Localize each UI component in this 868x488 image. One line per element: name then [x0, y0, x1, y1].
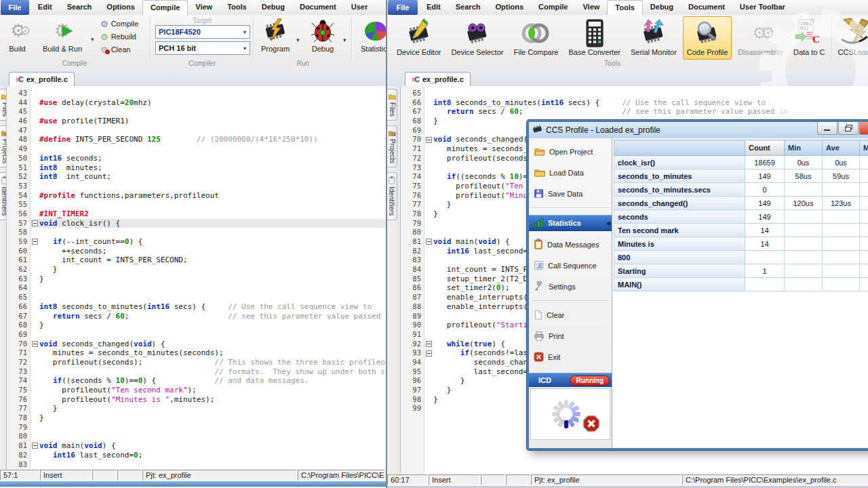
disassembler-button[interactable]: ⚙⚙Disassembler [734, 16, 787, 60]
program-button[interactable]: Program [256, 17, 294, 53]
clear-button[interactable]: Clear [532, 308, 612, 323]
profile-row[interactable]: seconds149 [614, 210, 868, 224]
file-menu-button[interactable]: File [1, 0, 29, 15]
menu-view[interactable]: View [188, 0, 220, 15]
menu-tools[interactable]: Tools [607, 0, 643, 15]
print-button[interactable]: Print [532, 329, 612, 344]
fold-toggle-icon[interactable] [426, 239, 432, 245]
profile-row[interactable]: 800 [614, 251, 868, 264]
column-header-max[interactable]: Max [860, 140, 868, 156]
debug-button[interactable]: Debug [305, 17, 340, 53]
fold-toggle-icon[interactable] [32, 239, 38, 245]
editor-left[interactable]: FilesProjectsIdentifiers 4344#use delay(… [0, 86, 386, 469]
exit-button[interactable]: Exit [532, 350, 612, 365]
fold-toggle-icon[interactable] [32, 341, 38, 347]
save-data-button[interactable]: Save Data [532, 186, 612, 201]
profile-row[interactable]: clock_isr()186590us0us1us [614, 156, 868, 169]
profile-row[interactable]: MAIN() [614, 278, 868, 291]
sidebar-tab-projects[interactable]: Projects [0, 125, 7, 167]
dialog-titlebar[interactable]: CCS Profile - Loaded ex_profile × [529, 122, 868, 139]
profile-row[interactable]: Starting1 [614, 264, 868, 278]
profile-row[interactable]: seconds_changed()149120us123us125us [614, 197, 868, 210]
rebuild-button[interactable]: ⚙ Rebuild [100, 31, 148, 42]
build-and-run-button[interactable]: ⚙▶ Build & Run [35, 17, 90, 53]
menu-debug[interactable]: Debug [643, 0, 681, 15]
menu-user-toolbar[interactable]: User Toolbar [732, 0, 793, 15]
file-menu-button[interactable]: File [388, 0, 418, 15]
files-folder-icon [1, 93, 7, 100]
fold-toggle-icon[interactable] [426, 350, 432, 357]
open-project-button[interactable]: Open Project [532, 144, 612, 159]
debug-dropdown[interactable]: ▾ [343, 37, 347, 43]
fold-toggle-icon[interactable] [426, 341, 432, 347]
load-data-button[interactable]: Load Data [532, 165, 612, 180]
program-dropdown[interactable]: ▾ [296, 37, 300, 43]
close-button[interactable]: × [859, 122, 868, 135]
menu-compile[interactable]: Compile [531, 0, 575, 15]
tab-ex-profile-left[interactable]: ≡C ex_profile.c [9, 72, 75, 86]
serial-monitor-button[interactable]: Serial Monitor [627, 16, 681, 60]
minimize-button[interactable] [817, 122, 837, 135]
statistics-button[interactable]: Statistics [355, 17, 386, 53]
menu-tools[interactable]: Tools [220, 0, 254, 15]
target-label: Target [152, 17, 252, 24]
line-number: 44 [7, 98, 30, 108]
device-editor-button[interactable]: Device Editor [393, 16, 445, 60]
profile-row[interactable]: seconds_to_minutes14958us59us60us [614, 169, 868, 183]
line-number: 82 [401, 247, 424, 256]
sidebar-tab-files[interactable]: Files [387, 89, 397, 121]
fold-toggle-icon[interactable] [426, 137, 432, 143]
clean-button[interactable]: ⚙ Clean [100, 44, 148, 55]
base-converter-button[interactable]: Base Converter [565, 16, 625, 60]
target-device-select[interactable]: PIC18F4520 ▾ [155, 25, 250, 39]
chevron-down-icon: ▾ [240, 45, 250, 52]
fold-toggle-icon[interactable] [32, 443, 38, 449]
build-button[interactable]: ⚙⚙ Build [1, 17, 33, 53]
profile-row[interactable]: Minutes is14 [614, 237, 868, 251]
menu-search[interactable]: Search [448, 0, 488, 15]
data-to-c-button[interactable]: 1001011CData to C [789, 16, 829, 60]
restore-button[interactable] [838, 122, 859, 135]
menu-search[interactable]: Search [60, 0, 100, 15]
statistics-button[interactable]: Statistics◀ [529, 215, 612, 231]
column-header-min[interactable]: Min [785, 140, 823, 156]
stop-button[interactable] [583, 415, 600, 434]
sidebar-tab-files[interactable]: Files [0, 89, 7, 121]
tab-ex-profile-right[interactable]: ≡C ex_profile.c [405, 72, 471, 86]
column-header-ave[interactable]: Ave [823, 140, 860, 156]
menu-view[interactable]: View [575, 0, 607, 15]
column-header-count[interactable]: Count [745, 140, 785, 156]
menu-options[interactable]: Options [99, 0, 142, 15]
menu-debug[interactable]: Debug [254, 0, 292, 15]
data-messages-button[interactable]: Data Messages [532, 237, 612, 252]
device-selector-button[interactable]: Device Selector [447, 16, 507, 60]
profile-row[interactable]: Ten second mark14 [614, 224, 868, 237]
code-profile-button[interactable]: Code Profile [683, 16, 732, 60]
code-line: 69 [7, 330, 386, 340]
fold-toggle-icon[interactable] [32, 220, 38, 226]
menu-user-toolbar[interactable]: User Toolbar [344, 0, 386, 15]
line-number: 76 [7, 395, 30, 405]
menu-document[interactable]: Document [681, 0, 732, 15]
column-header-name[interactable] [614, 140, 745, 156]
code-line: 67 return secs / 60; // see this paramet… [7, 312, 386, 321]
call-sequence-button[interactable]: Call Sequence [532, 258, 612, 273]
menu-options[interactable]: Options [488, 0, 531, 15]
menu-edit[interactable]: Edit [419, 0, 448, 15]
menu-document[interactable]: Document [292, 0, 344, 15]
build-run-dropdown[interactable]: ▾ [91, 36, 94, 43]
list-icon [534, 260, 544, 272]
menu-edit[interactable]: Edit [31, 0, 60, 15]
ccsload-button[interactable]: CCSLoad [831, 16, 868, 60]
file-compare-button[interactable]: File Compare [509, 16, 562, 60]
settings-button[interactable]: Settings [532, 279, 612, 294]
window-bottom-border [0, 481, 386, 487]
compile-button[interactable]: ⚙ Compile [100, 18, 148, 29]
menu-compile[interactable]: Compile [142, 0, 188, 15]
sidebar-tab-identifiers[interactable]: Identifiers [387, 172, 397, 220]
profile-row[interactable]: seconds_to_minutes.secs0 [614, 183, 868, 197]
sidebar-tab-identifiers[interactable]: Identifiers [0, 172, 7, 220]
target-compiler-select[interactable]: PCH 16 bit ▾ [155, 41, 250, 55]
code-line: 44#use delay(crystal=20mhz) [7, 98, 386, 108]
sidebar-tab-projects[interactable]: Projects [387, 125, 397, 167]
